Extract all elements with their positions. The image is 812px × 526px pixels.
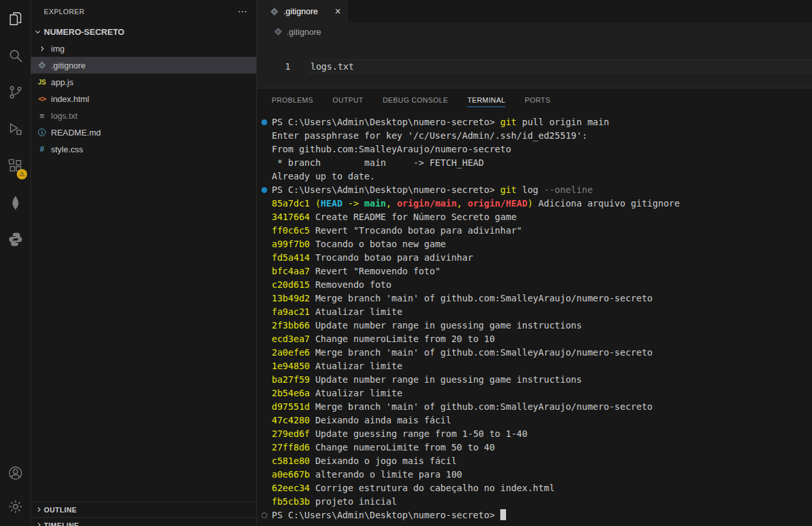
- file-label: logs.txt: [51, 111, 77, 121]
- editor-tab-gitignore[interactable]: .gitignore×: [257, 0, 347, 23]
- section-label: TIMELINE: [44, 521, 79, 526]
- panel-tab-ports[interactable]: PORTS: [525, 96, 551, 107]
- chevron-right-icon: [36, 43, 48, 54]
- terminal-output-line: fb5cb3b projeto inicial: [257, 495, 812, 509]
- python-icon: [7, 231, 24, 248]
- terminal-command-decoration-icon[interactable]: [261, 187, 267, 193]
- gitignore-file-icon: [269, 6, 280, 17]
- terminal-output-line: fd5a414 Trocando botao para adivinhar: [257, 251, 812, 265]
- terminal-command-decoration-icon[interactable]: [261, 512, 267, 518]
- terminal-output-line: ff0c6c5 Revert "Trocando botao para adiv…: [257, 224, 812, 238]
- explorer-icon: [7, 10, 24, 27]
- root-folder-label: NUMERO-SECRETO: [44, 27, 125, 37]
- terminal-output-line: 279ed6f Update guessing range from 1-50 …: [257, 427, 812, 441]
- activitybar-accounts[interactable]: [0, 456, 30, 490]
- file-label: index.html: [51, 94, 89, 104]
- activitybar-search[interactable]: [0, 37, 30, 74]
- file-label: app.js: [51, 77, 74, 87]
- terminal-output-line: 62eec34 Corrige estrutura do cabeçalho n…: [257, 481, 812, 495]
- javascript-file-icon: JS: [36, 76, 48, 88]
- sidebar-section-timeline[interactable]: TIMELINE: [31, 517, 256, 526]
- panel-tab-debug-console[interactable]: DEBUG CONSOLE: [383, 96, 448, 107]
- settings-icon: [7, 498, 24, 515]
- terminal-output-line: 3417664 Create README for Número Secreto…: [257, 210, 812, 224]
- explorer-item-gitignore[interactable]: .gitignore: [31, 57, 256, 74]
- terminal-output-line: a99f7b0 Tocando o botao new game: [257, 238, 812, 251]
- extensions-warning-badge: ⚠: [17, 169, 27, 179]
- chevron-right-icon: [34, 520, 44, 526]
- terminal-output-line: d97551d Merge branch 'main' of github.co…: [257, 400, 812, 414]
- terminal-output-line: c581e80 Deixando o jogo mais fácil: [257, 454, 812, 468]
- terminal-output-line: 2f3bb66 Update number range in guessing …: [257, 319, 812, 332]
- terminal-output-line: Already up to date.: [257, 170, 812, 183]
- activitybar-extensions[interactable]: ⚠: [0, 147, 30, 184]
- file-label: .gitignore: [51, 61, 85, 70]
- explorer-item-app-js[interactable]: JSapp.js: [31, 74, 256, 90]
- terminal-output-line: 47c4280 Deixando ainda mais fácil: [257, 414, 812, 427]
- terminal-output-line: From github.com:SmalleyAraujo/numero-sec…: [257, 143, 812, 156]
- search-icon: [7, 47, 24, 64]
- editor-code-area[interactable]: 1 logs.txt: [257, 41, 812, 88]
- sidebar-section-outline[interactable]: OUTLINE: [31, 501, 256, 517]
- sidebar-header: EXPLORER ⋯: [31, 0, 256, 23]
- explorer-root-folder[interactable]: NUMERO-SECRETO: [31, 23, 256, 40]
- text-file-icon: ≡: [36, 110, 48, 121]
- css-file-icon: #: [36, 143, 48, 155]
- terminal-output-line: bfc4aa7 Revert "Removendo foto": [257, 265, 812, 278]
- explorer-item-logs-txt[interactable]: ≡logs.txt: [31, 107, 256, 124]
- explorer-item-readme-md[interactable]: iREADME.md: [31, 124, 256, 141]
- terminal-output-line: 1e94850 Atualizar limite: [257, 359, 812, 373]
- activitybar-run-debug[interactable]: [0, 110, 30, 147]
- mongodb-icon: [7, 194, 24, 211]
- chevron-down-icon: [32, 26, 43, 37]
- activitybar-explorer[interactable]: [0, 0, 30, 37]
- file-label: img: [51, 44, 65, 54]
- editor-area: .gitignore× .gitignore 1 logs.txt PROBLE…: [257, 0, 812, 526]
- activity-bar: ⚠: [0, 0, 31, 526]
- activitybar-python[interactable]: [0, 221, 30, 258]
- editor-line-number: 1: [257, 59, 290, 74]
- terminal-command-line: PS C:\Users\Admin\Desktop\numero-secreto…: [257, 183, 812, 197]
- readme-info-icon: i: [36, 126, 48, 138]
- panel-tab-output[interactable]: OUTPUT: [332, 96, 363, 107]
- terminal-output-line: * branch main -> FETCH_HEAD: [257, 156, 812, 170]
- run-debug-icon: [7, 121, 24, 137]
- breadcrumb-item-label: .gitignore: [287, 27, 321, 37]
- current-line-highlight: [309, 59, 812, 74]
- terminal-output-line: fa9ac21 Atualizar limite: [257, 305, 812, 319]
- file-label: README.md: [51, 128, 101, 137]
- activity-bar-items: ⚠: [0, 0, 30, 258]
- terminal-output-line: c20d615 Removendo foto: [257, 278, 812, 292]
- editor-code-text[interactable]: logs.txt: [310, 59, 354, 74]
- file-label: style.css: [51, 145, 83, 154]
- panel-tab-problems[interactable]: PROBLEMS: [272, 96, 313, 107]
- breadcrumb[interactable]: .gitignore: [257, 23, 812, 41]
- activity-bar-bottom-items: [0, 456, 30, 523]
- explorer-sidebar: EXPLORER ⋯ NUMERO-SECRETO img.gitignoreJ…: [31, 0, 257, 526]
- terminal-command-line: PS C:\Users\Admin\Desktop\numero-secreto…: [257, 116, 812, 129]
- terminal-command-line: PS C:\Users\Admin\Desktop\numero-secreto…: [257, 509, 812, 522]
- terminal-output-line: 2a0efe6 Merge branch 'main' of github.co…: [257, 346, 812, 359]
- terminal-output-line: ba27f59 Update number range in guessing …: [257, 373, 812, 387]
- html-file-icon: <>: [36, 93, 48, 105]
- gitignore-file-icon: [36, 59, 48, 71]
- editor-tab-bar: .gitignore×: [257, 0, 812, 23]
- terminal-output-line: 85a7dc1 (HEAD -> main, origin/main, orig…: [257, 197, 812, 210]
- explorer-item-index-html[interactable]: <>index.html: [31, 90, 256, 107]
- terminal-cursor: [500, 509, 506, 520]
- activitybar-settings[interactable]: [0, 490, 30, 523]
- panel-tab-bar: PROBLEMSOUTPUTDEBUG CONSOLETERMINALPORTS: [257, 88, 812, 111]
- explorer-item-img[interactable]: img: [31, 40, 256, 57]
- source-control-icon: [7, 84, 24, 101]
- more-actions-icon[interactable]: ⋯: [238, 8, 247, 15]
- tab-close-icon[interactable]: ×: [335, 7, 341, 16]
- terminal-output-line: 2b54e6a Atualizar limite: [257, 387, 812, 400]
- accounts-icon: [7, 465, 24, 481]
- bottom-panel: PROBLEMSOUTPUTDEBUG CONSOLETERMINALPORTS…: [257, 88, 812, 526]
- panel-tab-terminal[interactable]: TERMINAL: [467, 96, 505, 107]
- activitybar-mongodb[interactable]: [0, 184, 30, 221]
- explorer-item-style-css[interactable]: #style.css: [31, 141, 256, 157]
- terminal[interactable]: PS C:\Users\Admin\Desktop\numero-secreto…: [257, 116, 812, 526]
- terminal-command-decoration-icon[interactable]: [261, 119, 267, 125]
- activitybar-source-control[interactable]: [0, 74, 30, 110]
